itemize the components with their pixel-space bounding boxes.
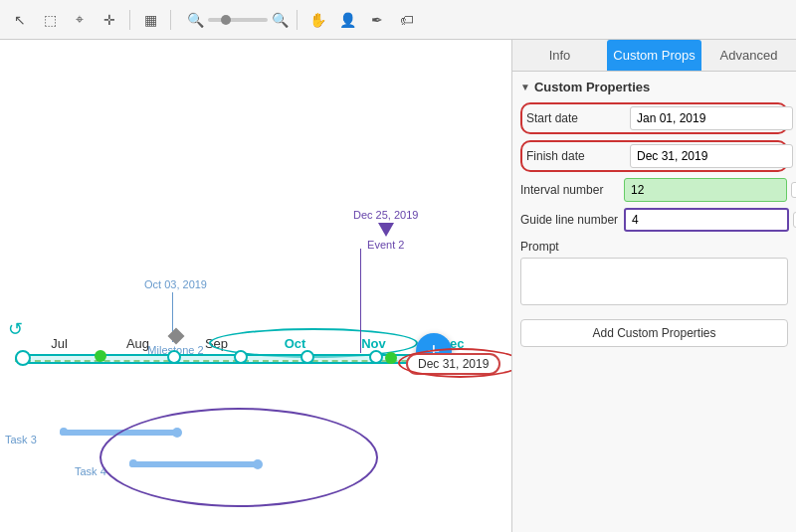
tab-info[interactable]: Info <box>512 40 607 71</box>
event-2-triangle <box>378 223 394 237</box>
timeline-node-green-2[interactable] <box>385 352 397 364</box>
interval-number-label: Interval number <box>520 183 620 197</box>
task-3-end-dot <box>172 428 182 438</box>
event-2-date: Dec 25, 2019 <box>353 209 418 221</box>
timeline-node-4 <box>300 350 314 364</box>
event-2-vertical-line <box>360 249 361 353</box>
task-4-bar[interactable] <box>129 461 259 467</box>
right-panel: Info Custom Props Advanced ▼ Custom Prop… <box>512 40 796 532</box>
zoom-out-icon[interactable]: 🔍 <box>187 12 204 28</box>
task-4-end-dot <box>253 459 263 469</box>
select-tool-icon[interactable]: ⬚ <box>38 8 62 32</box>
month-aug: Aug <box>99 336 177 351</box>
end-date-text: Dec 31, 2019 <box>418 357 489 371</box>
cross-tool-icon[interactable]: ✛ <box>98 8 121 32</box>
toolbar-separator-1 <box>129 10 130 30</box>
tab-custom-props[interactable]: Custom Props <box>607 40 701 71</box>
add-custom-properties-button[interactable]: Add Custom Properties <box>520 319 788 347</box>
zoom-slider[interactable] <box>208 18 268 22</box>
custom-properties-section-header: ▼ Custom Properties <box>520 80 788 94</box>
task-3-start-dot <box>60 428 68 436</box>
month-sep: Sep <box>177 336 256 351</box>
month-nov: Nov <box>334 336 413 351</box>
timeline-node-3 <box>234 350 248 364</box>
start-date-label: Start date <box>526 111 626 125</box>
timeline-node-start[interactable] <box>15 350 31 366</box>
panel-tabs: Info Custom Props Advanced <box>512 40 796 72</box>
start-date-input[interactable] <box>630 106 793 130</box>
interval-number-delete-btn[interactable]: ✕ <box>791 182 796 198</box>
tasks-purple-ellipse <box>100 408 378 507</box>
guide-line-number-input[interactable] <box>624 208 789 232</box>
zoom-in-icon[interactable]: 🔍 <box>272 12 289 28</box>
prompt-label: Prompt <box>520 240 788 254</box>
milestone-2-date: Oct 03, 2019 <box>144 278 207 290</box>
section-title: Custom Properties <box>534 80 650 94</box>
zoom-thumb <box>221 15 231 25</box>
guide-line-number-label: Guide line number <box>520 213 620 227</box>
month-jul: Jul <box>20 336 99 351</box>
month-oct: Oct <box>256 336 334 351</box>
toolbar: ↖ ⬚ ⌖ ✛ ▦ 🔍 🔍 ✋ 👤 ✒ 🏷 <box>0 0 796 40</box>
finish-date-label: Finish date <box>526 149 626 163</box>
task-3-label: Task 3 <box>5 434 37 445</box>
toolbar-separator-3 <box>297 10 298 30</box>
panel-body: ▼ Custom Properties Start date ✕ Finish … <box>512 72 796 532</box>
table-tool-icon[interactable]: ▦ <box>138 8 162 32</box>
main-area: ↺ Dec 25, 2019 Event 2 Oct 03, 2019 Mile… <box>0 40 796 532</box>
event-2-label: Event 2 <box>353 239 418 251</box>
toolbar-separator-2 <box>170 10 171 30</box>
finish-date-row-outlined: Finish date ✕ <box>520 140 788 172</box>
tag-tool-icon[interactable]: 🏷 <box>395 8 419 32</box>
guide-line-number-row: Guide line number ✕ <box>520 208 788 232</box>
hand-tool-icon[interactable]: ✋ <box>305 8 329 32</box>
canvas[interactable]: ↺ Dec 25, 2019 Event 2 Oct 03, 2019 Mile… <box>0 40 512 532</box>
user-tool-icon[interactable]: 👤 <box>335 8 359 32</box>
start-date-row-outlined: Start date ✕ <box>520 102 788 134</box>
prompt-section: Prompt <box>520 240 788 309</box>
lasso-tool-icon[interactable]: ⌖ <box>68 8 92 32</box>
task-4-label: Task 4 <box>75 465 106 477</box>
pen-tool-icon[interactable]: ✒ <box>365 8 389 32</box>
task-4-start-dot <box>129 459 137 467</box>
event-2-marker: Dec 25, 2019 Event 2 <box>353 209 418 251</box>
section-collapse-icon[interactable]: ▼ <box>520 82 530 92</box>
interval-number-row: Interval number ✕ <box>520 178 788 202</box>
task-3-bar[interactable] <box>60 430 179 436</box>
prompt-input[interactable] <box>520 258 788 305</box>
timeline-node-green-1[interactable] <box>95 350 106 362</box>
timeline-node-5 <box>369 350 383 364</box>
end-date-badge: Dec 31, 2019 <box>406 353 500 375</box>
zoom-controls: 🔍 🔍 <box>187 12 289 28</box>
cursor-tool-icon[interactable]: ↖ <box>8 8 32 32</box>
tab-advanced[interactable]: Advanced <box>701 40 796 71</box>
finish-date-row: Finish date ✕ <box>526 144 782 168</box>
timeline-node-2 <box>167 350 181 364</box>
start-date-row: Start date ✕ <box>526 106 782 130</box>
interval-number-input[interactable] <box>624 178 787 202</box>
finish-date-input[interactable] <box>630 144 793 168</box>
